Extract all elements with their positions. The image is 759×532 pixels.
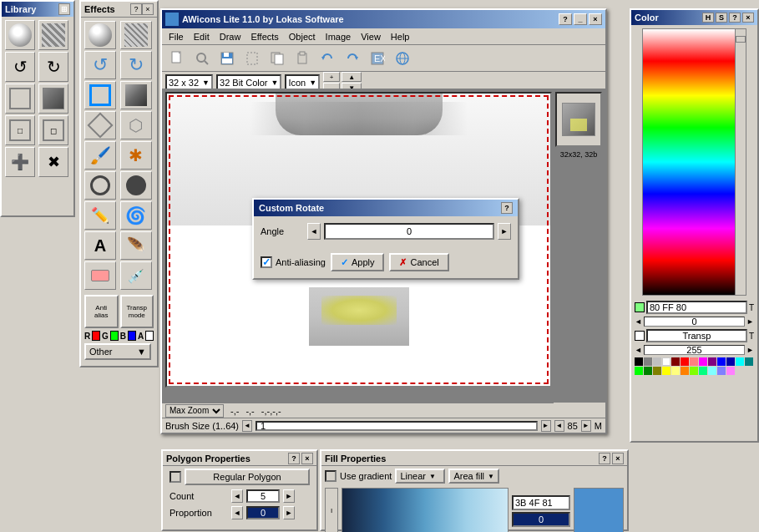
palette-lightred[interactable]	[690, 357, 698, 366]
menu-help[interactable]: Help	[386, 30, 415, 43]
effect-eraser-btn[interactable]	[84, 261, 116, 290]
polygon-close-btn[interactable]: ×	[301, 453, 313, 464]
angle-decrease-btn[interactable]: ◄	[307, 223, 321, 240]
color-scrollbar[interactable]	[735, 28, 746, 296]
transp-mode-btn[interactable]: Transp mode	[120, 295, 154, 328]
save-btn[interactable]	[215, 48, 239, 69]
angle-increase-btn[interactable]: ►	[498, 223, 511, 240]
color-hex-input[interactable]: 80 FF 80	[646, 301, 747, 314]
zoom-select[interactable]: Max Zoom	[165, 404, 224, 418]
proportion-input[interactable]: 0	[246, 506, 280, 519]
effect-gradient-btn[interactable]	[120, 81, 152, 109]
use-gradient-checkbox[interactable]	[325, 470, 336, 482]
lib-item-2[interactable]	[38, 20, 68, 50]
effect-fillcircle-btn[interactable]	[120, 171, 152, 200]
gradient-edit-btn[interactable]: I	[325, 488, 338, 532]
dialog-help-btn[interactable]: ?	[501, 202, 513, 214]
effect-paintbrush-btn[interactable]: 🖌️	[84, 141, 116, 170]
brush-decrease-btn[interactable]: ◄	[242, 420, 252, 432]
undo-btn[interactable]	[316, 48, 339, 69]
effect-hexagon-btn[interactable]: ⬡	[120, 111, 152, 139]
effect-sphere-btn[interactable]	[84, 21, 116, 49]
palette-darkblue[interactable]	[726, 357, 735, 366]
gradient-hex-display[interactable]: 3B 4F 81	[512, 495, 570, 510]
regular-polygon-btn[interactable]: Regular Polygon	[185, 469, 310, 485]
color-t-btn[interactable]: T	[749, 303, 754, 312]
effect-diamond-btn[interactable]	[84, 111, 116, 139]
color-scroll-thumb[interactable]	[736, 36, 746, 43]
effect-eyedropper-btn[interactable]: 💉	[120, 261, 152, 290]
effect-text-btn[interactable]: A	[84, 231, 116, 260]
menu-file[interactable]: File	[164, 30, 189, 43]
effect-texture-btn[interactable]	[120, 21, 152, 49]
fill-color-swatch[interactable]	[574, 488, 624, 532]
slider1-left-arrow[interactable]: ◄	[635, 317, 642, 326]
help-btn[interactable]: ?	[559, 13, 572, 25]
zoom-btn[interactable]	[190, 48, 214, 69]
palette-chartreuse[interactable]	[690, 367, 698, 375]
slider1-right-arrow[interactable]: ►	[746, 317, 754, 326]
export-btn[interactable]: EX	[366, 48, 389, 69]
effect-rotate2-btn[interactable]: ↻	[120, 51, 152, 79]
palette-teal[interactable]	[745, 357, 753, 366]
lib-item-10[interactable]: ✖	[38, 147, 68, 177]
lib-item-4[interactable]: ↻	[38, 52, 68, 82]
count-increase-btn[interactable]: ►	[283, 489, 295, 503]
color-gradient-area[interactable]	[642, 28, 746, 296]
effect-swirl-btn[interactable]: 🌀	[120, 201, 152, 230]
palette-lightmagenta[interactable]	[726, 367, 735, 375]
slider2-left-arrow[interactable]: ◄	[635, 346, 642, 354]
color-panel-help-btn[interactable]: H	[702, 13, 714, 23]
palette-lightyellow[interactable]	[671, 367, 680, 375]
area-fill-select[interactable]: Area fill ▼	[448, 469, 499, 484]
effects-close-btn[interactable]: ×	[142, 3, 154, 15]
palette-magenta[interactable]	[699, 357, 707, 366]
nav-right-btn[interactable]: ►	[581, 420, 591, 432]
new-btn[interactable]	[165, 48, 189, 69]
color-panel-question-btn[interactable]: ?	[729, 13, 741, 23]
color-panel-close-btn[interactable]: ×	[742, 13, 754, 23]
effect-feather-btn[interactable]: 🪶	[120, 231, 152, 260]
cancel-btn[interactable]: ✗ Cancel	[389, 253, 448, 271]
brush-track[interactable]: 1	[256, 421, 538, 431]
paste-btn[interactable]	[291, 48, 314, 69]
fill-help-btn[interactable]: ?	[599, 453, 610, 464]
redo-btn[interactable]	[341, 48, 364, 69]
lib-item-5[interactable]	[5, 84, 35, 114]
proportion-decrease-btn[interactable]: ◄	[231, 506, 243, 519]
other-dropdown[interactable]: Other ▼	[84, 343, 151, 360]
slider1-track[interactable]: 0	[644, 317, 745, 327]
palette-yellow[interactable]	[662, 367, 670, 375]
palette-purple[interactable]	[708, 357, 716, 366]
close-btn[interactable]: ×	[589, 13, 602, 25]
lib-item-7[interactable]: □	[5, 115, 35, 145]
palette-cyan[interactable]	[736, 357, 744, 366]
angle-track[interactable]: 0	[324, 223, 494, 240]
palette-silver[interactable]	[653, 357, 661, 366]
palette-green[interactable]	[644, 367, 652, 375]
copy-btn[interactable]	[266, 48, 289, 69]
effects-help-btn[interactable]: ?	[130, 3, 142, 15]
palette-black[interactable]	[635, 357, 643, 366]
effect-circle-btn[interactable]	[84, 171, 116, 200]
transp-input[interactable]: Transp	[646, 329, 747, 342]
palette-lightblue[interactable]	[717, 367, 726, 375]
nav-left-btn[interactable]: ◄	[554, 420, 564, 432]
count-input[interactable]: 5	[246, 489, 280, 503]
lib-item-3[interactable]: ↺	[5, 52, 35, 82]
color-panel-save-btn[interactable]: S	[716, 13, 727, 23]
library-expand-btn[interactable]: ⊞	[58, 3, 70, 15]
color-gradient[interactable]	[642, 28, 742, 296]
minimize-btn[interactable]: _	[574, 13, 587, 25]
palette-olive[interactable]	[653, 367, 661, 375]
menu-image[interactable]: Image	[321, 30, 357, 43]
palette-white[interactable]	[662, 357, 670, 366]
lib-item-6[interactable]	[38, 84, 68, 114]
menu-view[interactable]: View	[356, 30, 386, 43]
slider2-track[interactable]: 255	[644, 345, 745, 355]
lib-item-1[interactable]	[5, 20, 35, 50]
palette-springgreen[interactable]	[699, 367, 707, 375]
nav-plus-btn[interactable]: +	[323, 72, 340, 82]
effect-pencil-btn[interactable]: ✏️	[84, 201, 116, 230]
lib-item-9[interactable]: ➕	[5, 147, 35, 177]
